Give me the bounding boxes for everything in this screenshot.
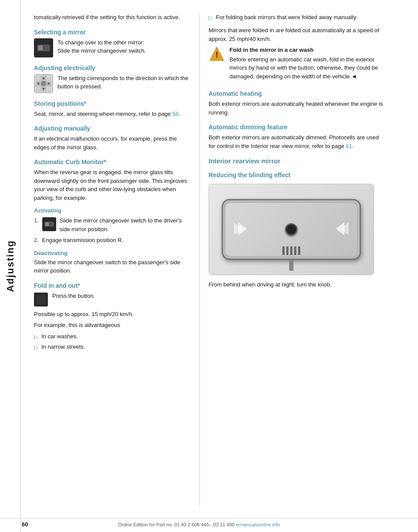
mirror-image [209,184,374,275]
bullet-arrow-3: ▷ [209,14,212,22]
subheading-activating: Activating [34,207,191,214]
bullet-folding-back-text: For folding back mirrors that were folde… [216,13,357,22]
bullet-folding-back: ▷ For folding back mirrors that were fol… [209,13,387,22]
page-number: 60 [22,521,28,528]
automatic-heating-text: Both exterior mirrors are automatically … [209,100,387,117]
folding-back-bullet: ▷ For folding back mirrors that were fol… [209,13,387,22]
step-1-text: Slide the mirror changeover switch to th… [60,216,191,233]
heading-auto-dimming: Automatic dimming feature [209,124,387,131]
storing-positions-text: Seat, mirror, and steering wheel memory,… [34,110,191,118]
step-2-num: 2. [34,236,39,245]
adjusting-electrically-text: The setting corresponds to the direction… [57,74,191,91]
step-1-icon [42,217,56,231]
svg-text:!: ! [216,51,218,59]
fold-in-out-row: Press the button. [34,292,191,306]
page-container: Adjusting tomatically retrieved if the s… [0,0,418,532]
selecting-mirror-text: To change over to the other mirror: Slid… [57,38,146,55]
warning-content: Fold in the mirror in a car wash Before … [229,46,387,83]
left-column: tomatically retrieved if the setting for… [21,13,199,506]
from-behind-text: From behind when driving at night: turn … [209,280,387,289]
fold-bullet-list: ▷ In car washes. ▷ In narrow streets. [34,332,191,351]
activating-list: 1. Slide the mirror changeover switch to… [34,216,191,245]
mirror-switch-icon [34,38,53,57]
bullet-arrow-1: ▷ [34,333,38,341]
heading-storing-positions: Storing positions* [34,100,191,107]
warning-title: Fold in the mirror in a car wash [229,46,387,54]
bullet-carwash-text: In car washes. [41,332,78,341]
auto-dimming-link[interactable]: 61 [346,143,352,149]
mirrors-folded-text: Mirrors that were folded in are folded o… [209,26,387,43]
heading-adjusting-electrically: Adjusting electrically [34,64,191,71]
footer-edition-text: Online Edition for Part no. 01 40 2 606 … [118,522,234,527]
heading-interior-rearview: Interior rearview mirror [209,157,387,165]
warning-row: ! Fold in the mirror in a car wash Befor… [209,46,387,83]
deactivating-text: Slide the mirror changeover switch to th… [34,258,191,275]
svg-rect-1 [38,46,43,50]
selecting-mirror-row: To change over to the other mirror: Slid… [34,38,191,57]
auto-curb-text: When the reverse gear is engaged, the mi… [34,168,191,202]
main-content: tomatically retrieved if the setting for… [21,0,418,532]
warning-icon: ! [209,46,225,64]
step-2-text: Engage transmission position R. [42,236,123,245]
bullet-arrow-2: ▷ [34,343,38,351]
dpad-icon [34,74,53,93]
adjusting-electrically-row: The setting corresponds to the direction… [34,74,191,93]
adjusting-manually-text: If an electrical malfunction occurs, for… [34,135,191,152]
svg-rect-10 [45,222,49,226]
heading-adjusting-manually: Adjusting manually [34,125,191,132]
footer-text: Online Edition for Part no. 01 40 2 606 … [118,522,280,527]
heading-fold-in-out: Fold in and out* [34,282,191,289]
right-column: ▷ For folding back mirrors that were fol… [199,13,400,506]
fold-possible-text: Possible up to approx. 15 mph/20 km/h. [34,310,191,319]
activating-step-1: 1. Slide the mirror changeover switch to… [34,216,191,233]
heading-reducing-blinding: Reducing the blinding effect [209,172,387,178]
bullet-carwash: ▷ In car washes. [34,332,191,341]
footer-watermark: ermanualsonline.info [236,522,280,527]
svg-point-4 [41,81,46,86]
fold-button-icon [34,293,48,306]
fold-press-text: Press the button. [52,292,95,300]
heading-automatic-heating: Automatic heating [209,90,387,97]
intro-text: tomatically retrieved if the setting for… [34,13,191,22]
step-1-num: 1. [34,216,39,225]
bullet-narrow: ▷ In narrow streets. [34,343,191,351]
storing-positions-link[interactable]: 58 [172,111,179,117]
sidebar-label: Adjusting [5,240,16,292]
subheading-deactivating: Deactivating [34,250,191,256]
heading-auto-curb: Automatic Curb Monitor* [34,158,191,165]
auto-dimming-text: Both exterior mirrors are automatically … [209,133,387,150]
fold-example-text: For example, this is advantageous [34,321,191,330]
bullet-narrow-text: In narrow streets. [41,343,85,351]
activating-step-2: 2. Engage transmission position R. [34,236,191,245]
sidebar: Adjusting [0,0,21,532]
svg-rect-11 [37,295,45,304]
footer: 60 Online Edition for Part no. 01 40 2 6… [0,518,418,528]
heading-selecting-mirror: Selecting a mirror [34,29,191,36]
warning-body: Before entering an automatic car wash, f… [229,55,387,81]
